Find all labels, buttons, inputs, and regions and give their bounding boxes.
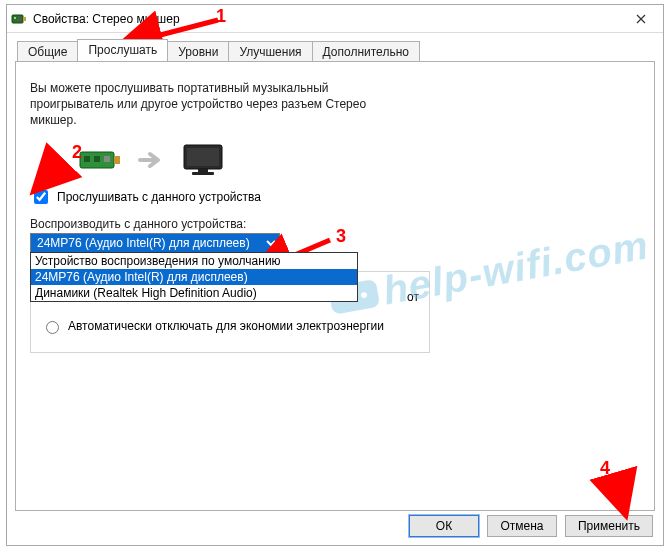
svg-rect-1 — [14, 17, 16, 19]
tab-levels[interactable]: Уровни — [167, 41, 229, 62]
monitor-icon — [182, 143, 224, 177]
listen-checkbox-row[interactable]: Прослушивать с данного устройства — [30, 187, 640, 207]
device-illustration — [78, 143, 640, 177]
tab-advanced[interactable]: Дополнительно — [312, 41, 420, 62]
svg-rect-7 — [104, 156, 110, 162]
close-icon — [636, 14, 646, 24]
playback-through-label: Воспроизводить с данного устройства: — [30, 217, 640, 231]
cancel-button[interactable]: Отмена — [487, 515, 557, 537]
window-title: Свойства: Стерео микшер — [31, 12, 619, 26]
apply-button[interactable]: Применить — [565, 515, 653, 537]
svg-rect-12 — [192, 172, 214, 175]
listen-checkbox-label: Прослушивать с данного устройства — [57, 190, 261, 204]
tab-panel-listen: Вы можете прослушивать портативный музык… — [15, 61, 655, 511]
svg-rect-5 — [84, 156, 90, 162]
svg-rect-2 — [18, 17, 21, 21]
radio-fragment-text: от — [407, 290, 419, 304]
svg-rect-10 — [187, 148, 219, 166]
desc-line: проигрыватель или другое устройство чере… — [30, 96, 640, 112]
playback-device-listbox: Устройство воспроизведения по умолчанию … — [30, 252, 358, 302]
radio-auto-off-row[interactable]: Автоматически отключать для экономии эле… — [41, 318, 419, 334]
listen-checkbox[interactable] — [34, 190, 48, 204]
soundcard-icon — [78, 146, 122, 174]
tab-listen[interactable]: Прослушать — [77, 39, 168, 61]
properties-window: Свойства: Стерео микшер Общие Прослушать… — [6, 4, 664, 546]
close-button[interactable] — [619, 5, 663, 33]
tab-strip: Общие Прослушать Уровни Улучшения Дополн… — [17, 39, 655, 61]
playback-option-24mp76[interactable]: 24MP76 (Аудио Intel(R) для дисплеев) — [31, 269, 357, 285]
tab-enhancements[interactable]: Улучшения — [228, 41, 312, 62]
ok-button[interactable]: ОК — [409, 515, 479, 537]
svg-rect-0 — [12, 15, 23, 23]
content-area: Общие Прослушать Уровни Улучшения Дополн… — [7, 33, 663, 519]
svg-rect-11 — [198, 169, 208, 172]
playback-device-select[interactable]: 24MP76 (Аудио Intel(R) для дисплеев) — [30, 233, 280, 253]
desc-line: микшер. — [30, 112, 640, 128]
svg-rect-3 — [23, 17, 26, 21]
tab-general[interactable]: Общие — [17, 41, 78, 62]
radio-auto-off[interactable] — [46, 321, 59, 334]
playback-option-default[interactable]: Устройство воспроизведения по умолчанию — [31, 253, 357, 269]
listen-description: Вы можете прослушивать портативный музык… — [30, 80, 640, 129]
dialog-footer: ОК Отмена Применить — [409, 515, 653, 537]
title-bar: Свойства: Стерео микшер — [7, 5, 663, 33]
sound-device-icon — [7, 11, 31, 27]
desc-line: Вы можете прослушивать портативный музык… — [30, 80, 640, 96]
playback-device-dropdown-wrap: 24MP76 (Аудио Intel(R) для дисплеев) Уст… — [30, 233, 280, 253]
radio-row-partial: от — [403, 290, 419, 304]
playback-option-realtek[interactable]: Динамики (Realtek High Definition Audio) — [31, 285, 357, 301]
svg-rect-6 — [94, 156, 100, 162]
radio-auto-off-label: Автоматически отключать для экономии эле… — [68, 319, 384, 333]
svg-rect-8 — [114, 156, 120, 164]
arrow-right-icon — [138, 150, 166, 170]
